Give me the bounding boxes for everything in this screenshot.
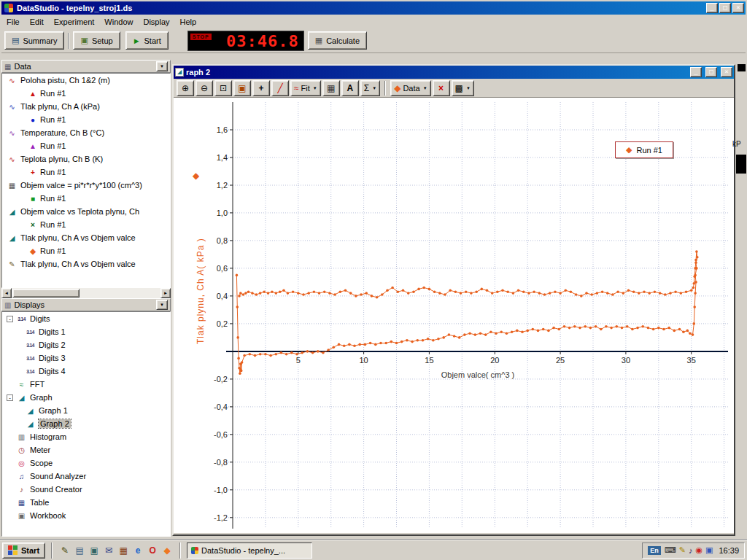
- zoom-in-button[interactable]: ⊕: [177, 80, 194, 96]
- run-item[interactable]: ●Run #1: [2, 113, 170, 126]
- menu-item-help[interactable]: Help: [175, 16, 202, 28]
- legend-run-label: Run #1: [636, 146, 662, 155]
- quicklaunch-pen-icon[interactable]: ✎: [58, 544, 71, 557]
- data-menu-button[interactable]: ◆Data▼: [390, 80, 430, 96]
- maximize-button[interactable]: □: [719, 3, 731, 13]
- displays-panel-header[interactable]: ▥ Displays ▼: [1, 298, 171, 311]
- display-item-fft[interactable]: ≈FFT: [2, 378, 170, 391]
- summary-button[interactable]: ▤ Summary: [4, 31, 64, 50]
- display-item-graph-2[interactable]: ◢Graph 2: [2, 417, 170, 430]
- quicklaunch-desktop-icon[interactable]: ▣: [88, 544, 101, 557]
- slope-tool-button[interactable]: ╱: [271, 80, 289, 96]
- scrollbar-thumb[interactable]: [12, 289, 80, 298]
- display-item-graph[interactable]: -◢Graph: [2, 391, 170, 404]
- setup-button[interactable]: ▣ Setup: [73, 31, 120, 50]
- display-item-sound-creator[interactable]: ♪Sound Creator: [2, 483, 170, 496]
- graph-close-button[interactable]: ×: [721, 67, 732, 77]
- quicklaunch-flame-icon[interactable]: ◆: [160, 544, 174, 557]
- quicklaunch-mail-icon[interactable]: ✉: [102, 544, 115, 557]
- displays-panel-menu-button[interactable]: ▼: [156, 300, 168, 310]
- run-item[interactable]: ▲Run #1: [2, 139, 170, 152]
- tray-pencil-icon[interactable]: ✎: [679, 545, 686, 555]
- tray-keyboard-icon[interactable]: ⌨: [665, 545, 676, 555]
- text-annotation-button[interactable]: A: [341, 80, 359, 96]
- run-item[interactable]: ×Run #1: [2, 218, 170, 231]
- scroll-left-button[interactable]: ◄: [1, 288, 12, 298]
- quicklaunch-browser-icon[interactable]: e: [131, 544, 144, 557]
- run-item[interactable]: ▲Run #1: [2, 87, 170, 100]
- data-panel-header[interactable]: ▦ Data ▼: [1, 60, 171, 73]
- scroll-right-button[interactable]: ►: [160, 288, 171, 298]
- data-channel-item[interactable]: ✎Tlak plynu, Ch A vs Objem valce: [2, 257, 170, 271]
- graph-minimize-button[interactable]: _: [690, 67, 702, 77]
- display-item-digits-4[interactable]: 3.14Digits 4: [2, 365, 170, 378]
- start-menu-button[interactable]: Start: [2, 542, 45, 559]
- legend[interactable]: ◆ Run #1: [615, 141, 673, 158]
- taskbar-task-datastudio[interactable]: DataStudio - tepelny_...: [187, 542, 312, 559]
- graph-window-icon: ◢: [175, 68, 184, 77]
- data-channel-item[interactable]: ∿Teplota plynu, Ch B (K): [2, 152, 170, 166]
- zoom-select-button[interactable]: ⊡: [214, 80, 232, 96]
- display-item-table[interactable]: ▦Table: [2, 496, 170, 509]
- menu-item-display[interactable]: Display: [138, 16, 174, 28]
- x-axis-label[interactable]: Objem valce( cm^3 ): [416, 370, 540, 379]
- display-item-workbook[interactable]: ▣Workbook: [2, 509, 170, 522]
- menu-item-experiment[interactable]: Experiment: [49, 16, 100, 28]
- tray-update-icon[interactable]: ▣: [705, 545, 713, 555]
- menu-item-file[interactable]: File: [1, 16, 25, 28]
- quicklaunch-package-icon[interactable]: ▦: [117, 544, 130, 557]
- language-indicator[interactable]: En: [648, 546, 661, 555]
- tray-antivirus-icon[interactable]: ◉: [695, 545, 703, 555]
- tree-expander[interactable]: -: [7, 394, 13, 401]
- zoom-out-button[interactable]: ⊖: [196, 80, 213, 96]
- menu-item-edit[interactable]: Edit: [25, 16, 49, 28]
- scale-to-fit-button[interactable]: ▣: [233, 80, 251, 96]
- graph-window-titlebar[interactable]: ◢ raph 2 _ □ ×: [174, 66, 734, 79]
- y-axis-label[interactable]: Tlak plynu, Ch A( kPa ): [196, 238, 206, 344]
- display-item-graph-1[interactable]: ◢Graph 1: [2, 404, 170, 417]
- minimize-button[interactable]: _: [706, 3, 718, 13]
- calculator-button[interactable]: ▦: [322, 80, 340, 96]
- scrollbar-track[interactable]: [12, 288, 160, 298]
- calculation-icon: ▦: [7, 182, 18, 190]
- background-window-remnant-text: kP: [732, 140, 741, 148]
- display-item-histogram[interactable]: ▥Histogram: [2, 430, 170, 443]
- calculate-button[interactable]: ▦ Calculate: [308, 31, 367, 50]
- smart-tool-button[interactable]: +: [252, 80, 270, 96]
- tree-expander[interactable]: -: [7, 316, 13, 322]
- display-item-sound-analyzer[interactable]: ♫Sound Analyzer: [2, 470, 170, 483]
- data-channel-item[interactable]: ◢Tlak plynu, Ch A vs Objem valce: [2, 231, 170, 244]
- graph-plot-area[interactable]: 1,61,41,21,00,80,60,40,2-0,2-0,4-0,6-0,8…: [174, 98, 734, 533]
- display-item-digits[interactable]: -3.14Digits: [2, 312, 170, 325]
- quicklaunch-document-icon[interactable]: ▤: [73, 544, 86, 557]
- display-item-digits-1[interactable]: 3.14Digits 1: [2, 325, 170, 338]
- fit-menu-button[interactable]: ≈Fit▼: [290, 80, 321, 96]
- data-channel-item[interactable]: ▦Objem valce = pi*r*r*y*100 (cm^3): [2, 179, 170, 192]
- display-item-meter[interactable]: ◷Meter: [2, 443, 170, 456]
- graph-icon: ◢: [25, 407, 36, 415]
- data-panel-title: Data: [14, 62, 31, 71]
- display-item-scope[interactable]: ◎Scope: [2, 456, 170, 470]
- data-channel-item[interactable]: ◢Objem valce vs Teplota plynu, Ch: [2, 205, 170, 218]
- data-channel-item[interactable]: ∿Tlak plynu, Ch A (kPa): [2, 100, 170, 113]
- run-item[interactable]: ◆Run #1: [2, 244, 170, 257]
- display-item-label: FFT: [30, 380, 44, 389]
- data-channel-item[interactable]: ∿Temperature, Ch B (°C): [2, 126, 170, 139]
- graph-plot[interactable]: 1,61,41,21,00,80,60,40,2-0,2-0,4-0,6-0,8…: [174, 98, 734, 533]
- statistics-button[interactable]: Σ▼: [360, 80, 380, 96]
- quicklaunch-opera-icon[interactable]: O: [146, 544, 159, 557]
- run-item[interactable]: +Run #1: [2, 166, 170, 179]
- start-button[interactable]: ► Start: [125, 31, 169, 50]
- app-titlebar[interactable]: DataStudio - tepelny_stroj1.ds _ □ ×: [1, 1, 746, 15]
- data-panel-menu-button[interactable]: ▼: [156, 61, 168, 71]
- graph-maximize-button[interactable]: □: [705, 67, 717, 77]
- menu-item-window[interactable]: Window: [99, 16, 138, 28]
- tray-volume-icon[interactable]: ♪: [689, 546, 693, 555]
- grid-settings-button[interactable]: ▩▼: [452, 80, 474, 96]
- display-item-digits-3[interactable]: 3.14Digits 3: [2, 351, 170, 365]
- close-button[interactable]: ×: [732, 3, 744, 13]
- remove-button[interactable]: ×: [433, 80, 450, 96]
- data-channel-item[interactable]: ∿Poloha pistu, Ch 1&2 (m): [2, 74, 170, 87]
- run-item[interactable]: ■Run #1: [2, 192, 170, 205]
- display-item-digits-2[interactable]: 3.14Digits 2: [2, 338, 170, 351]
